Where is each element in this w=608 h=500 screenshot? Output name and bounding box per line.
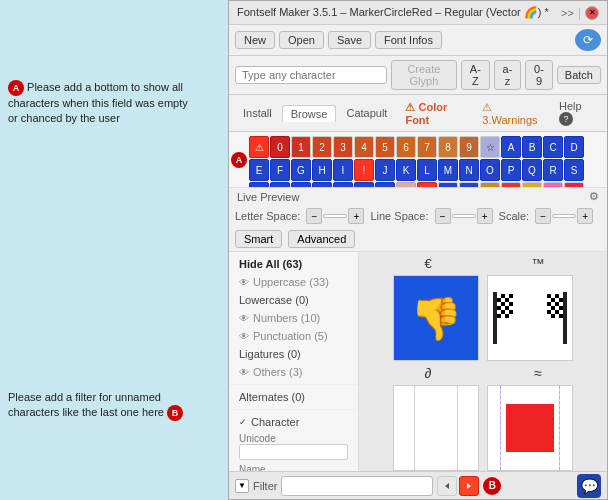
- char-O[interactable]: O: [480, 159, 500, 181]
- char-star-outline[interactable]: ☆: [480, 136, 500, 158]
- expand-btn[interactable]: >>: [561, 7, 574, 19]
- scale-minus[interactable]: −: [535, 208, 551, 224]
- tab-color-font[interactable]: ⚠ Color Font: [397, 99, 472, 128]
- advanced-button[interactable]: Advanced: [288, 230, 355, 248]
- sidebar-character[interactable]: ✓ Character: [229, 413, 358, 431]
- char-J[interactable]: J: [375, 159, 395, 181]
- sidebar-ligatures[interactable]: Ligatures (0): [229, 345, 358, 363]
- char-P[interactable]: P: [501, 159, 521, 181]
- letter-space-minus[interactable]: −: [306, 208, 322, 224]
- char-N[interactable]: N: [459, 159, 479, 181]
- scale-plus[interactable]: +: [577, 208, 593, 224]
- char-X[interactable]: X: [333, 182, 353, 188]
- char-sun[interactable]: ☀: [480, 182, 500, 188]
- char-6[interactable]: 6: [396, 136, 416, 158]
- tab-browse[interactable]: Browse: [282, 105, 337, 122]
- sidebar-alternates[interactable]: Alternates (0): [229, 388, 358, 406]
- char-face[interactable]: ☺: [522, 182, 542, 188]
- letter-space-val[interactable]: [323, 214, 347, 218]
- preview-cell-empty[interactable]: [393, 385, 479, 471]
- batch-button[interactable]: Batch: [557, 66, 601, 84]
- preview-cell-red-square[interactable]: [487, 385, 573, 471]
- char-plane[interactable]: ✈: [438, 182, 458, 188]
- char-Q[interactable]: Q: [522, 159, 542, 181]
- line-space-plus[interactable]: +: [477, 208, 493, 224]
- filter-nav-next[interactable]: [459, 476, 479, 496]
- char-Y[interactable]: Y: [354, 182, 374, 188]
- char-3[interactable]: 3: [333, 136, 353, 158]
- char-F[interactable]: F: [270, 159, 290, 181]
- char-heart[interactable]: ❤: [564, 182, 584, 188]
- char-I[interactable]: I: [333, 159, 353, 181]
- char-flower[interactable]: ✿: [543, 182, 563, 188]
- filter-toggle[interactable]: ▼: [235, 479, 249, 493]
- az-lower-button[interactable]: a-z: [494, 60, 521, 90]
- char-excl[interactable]: !: [354, 159, 374, 181]
- char-5[interactable]: 5: [375, 136, 395, 158]
- char-D[interactable]: D: [564, 136, 584, 158]
- scale-val[interactable]: [552, 214, 576, 218]
- tab-warnings[interactable]: ⚠ 3.Warnings: [474, 99, 549, 128]
- line-space-val[interactable]: [452, 214, 476, 218]
- preview-label-row-top: € ™: [363, 256, 603, 271]
- char-A[interactable]: A: [501, 136, 521, 158]
- fontself-logo[interactable]: ⟳: [575, 29, 601, 51]
- num-button[interactable]: 0-9: [525, 60, 553, 90]
- char-9[interactable]: 9: [459, 136, 479, 158]
- filter-input[interactable]: [281, 476, 433, 496]
- char-C[interactable]: C: [543, 136, 563, 158]
- filter-nav-prev[interactable]: [437, 476, 457, 496]
- char-G[interactable]: G: [291, 159, 311, 181]
- open-button[interactable]: Open: [279, 31, 324, 49]
- sidebar-hide-all[interactable]: Hide All (63): [229, 255, 358, 273]
- char-2[interactable]: 2: [312, 136, 332, 158]
- char-R[interactable]: R: [543, 159, 563, 181]
- char-7[interactable]: 7: [417, 136, 437, 158]
- char-E[interactable]: E: [249, 159, 269, 181]
- unicode-input[interactable]: [239, 444, 348, 460]
- char-star-fill[interactable]: ★: [417, 182, 437, 188]
- close-button[interactable]: ✕: [585, 6, 599, 20]
- char-warning[interactable]: ⚠: [249, 136, 269, 158]
- line-space-minus[interactable]: −: [435, 208, 451, 224]
- letter-space-plus[interactable]: +: [348, 208, 364, 224]
- preview-cell-flags[interactable]: [487, 275, 573, 361]
- preview-cell-thumbs[interactable]: 👎: [393, 275, 479, 361]
- char-0[interactable]: 0: [270, 136, 290, 158]
- chat-button[interactable]: 💬: [577, 474, 601, 498]
- tab-install[interactable]: Install: [235, 105, 280, 121]
- char-V[interactable]: V: [291, 182, 311, 188]
- font-infos-button[interactable]: Font Infos: [375, 31, 442, 49]
- char-K[interactable]: K: [396, 159, 416, 181]
- b-badge: B: [483, 477, 501, 495]
- char-M[interactable]: M: [438, 159, 458, 181]
- sidebar-lowercase[interactable]: Lowercase (0): [229, 291, 358, 309]
- char-Z[interactable]: Z: [375, 182, 395, 188]
- char-warning2[interactable]: ⚠: [396, 182, 416, 188]
- char-circle-red[interactable]: ⬤: [501, 182, 521, 188]
- az-upper-button[interactable]: A-Z: [461, 60, 490, 90]
- char-8[interactable]: 8: [438, 136, 458, 158]
- char-B[interactable]: B: [522, 136, 542, 158]
- char-S[interactable]: S: [564, 159, 584, 181]
- save-button[interactable]: Save: [328, 31, 371, 49]
- sidebar-numbers[interactable]: 👁 Numbers (10): [229, 309, 358, 327]
- sidebar-others[interactable]: 👁 Others (3): [229, 363, 358, 381]
- char-H[interactable]: H: [312, 159, 332, 181]
- char-U[interactable]: U: [270, 182, 290, 188]
- search-input[interactable]: [235, 66, 387, 84]
- new-button[interactable]: New: [235, 31, 275, 49]
- char-phone[interactable]: ☎: [459, 182, 479, 188]
- char-4[interactable]: 4: [354, 136, 374, 158]
- char-T[interactable]: T: [249, 182, 269, 188]
- sidebar-uppercase[interactable]: 👁 Uppercase (33): [229, 273, 358, 291]
- char-1[interactable]: 1: [291, 136, 311, 158]
- char-W[interactable]: W: [312, 182, 332, 188]
- tab-catapult[interactable]: Catapult: [338, 105, 395, 121]
- char-L[interactable]: L: [417, 159, 437, 181]
- gear-icon[interactable]: ⚙: [589, 190, 599, 203]
- create-glyph-button[interactable]: Create Glyph: [391, 60, 457, 90]
- tab-help[interactable]: Help ?: [551, 98, 601, 128]
- smart-button[interactable]: Smart: [235, 230, 282, 248]
- sidebar-punctuation[interactable]: 👁 Punctuation (5): [229, 327, 358, 345]
